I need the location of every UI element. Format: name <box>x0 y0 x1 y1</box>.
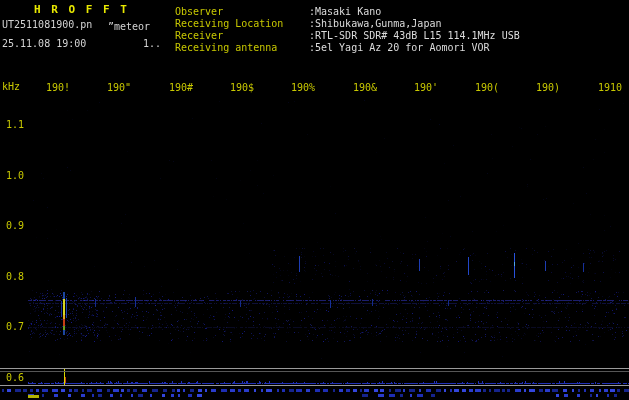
info-row-observer: Observer :Masaki Kano <box>175 6 629 17</box>
info-row-receiver: Receiver :RTL-SDR SDR# 43dB L15 114.1MHz… <box>175 30 629 41</box>
x-tick-label: 190' <box>414 82 438 93</box>
station-label: ”meteor <box>108 21 150 32</box>
filename: UT2511081900.pn <box>2 19 92 30</box>
info-value-location: :Shibukawa,Gunma,Japan <box>309 18 441 29</box>
y-axis-unit: kHz <box>2 81 20 92</box>
info-label-observer: Observer <box>175 6 223 17</box>
y-tick-label: 0.9 <box>2 220 24 231</box>
y-tick-label: 1.1 <box>2 119 24 130</box>
x-tick-label: 190$ <box>230 82 254 93</box>
spectrogram-canvas <box>0 0 629 400</box>
strip-mid-line <box>0 371 629 372</box>
x-tick-label: 190& <box>353 82 377 93</box>
y-tick-label: 0.6 <box>2 372 24 383</box>
info-value-observer: :Masaki Kano <box>309 6 381 17</box>
x-tick-label: 190) <box>536 82 560 93</box>
info-label-location: Receiving Location <box>175 18 283 29</box>
info-row-antenna: Receiving antenna :5el Yagi Az 20 for Ao… <box>175 42 629 53</box>
info-label-antenna: Receiving antenna <box>175 42 277 53</box>
app-title: H R O F F T <box>34 4 129 15</box>
y-tick-label: 0.8 <box>2 271 24 282</box>
datetime: 25.11.08 19:00 <box>2 38 86 49</box>
strip-top-line <box>0 368 629 369</box>
header-extra: 1.. <box>143 38 161 49</box>
x-tick-label: 190# <box>169 82 193 93</box>
info-value-antenna: :5el Yagi Az 20 for Aomori VOR <box>309 42 490 53</box>
info-row-location: Receiving Location :Shibukawa,Gunma,Japa… <box>175 18 629 29</box>
x-tick-label: 190! <box>46 82 70 93</box>
y-tick-label: 1.0 <box>2 170 24 181</box>
x-tick-label: 1910 <box>598 82 622 93</box>
y-tick-label: 0.7 <box>2 321 24 332</box>
info-label-receiver: Receiver <box>175 30 223 41</box>
x-tick-label: 190" <box>107 82 131 93</box>
x-tick-label: 190( <box>475 82 499 93</box>
hrofft-screen: H R O F F T UT2511081900.pn ”meteor 25.1… <box>0 0 629 400</box>
strip-bottom-line <box>0 385 629 386</box>
info-value-receiver: :RTL-SDR SDR# 43dB L15 114.1MHz USB <box>309 30 520 41</box>
x-tick-label: 190% <box>291 82 315 93</box>
